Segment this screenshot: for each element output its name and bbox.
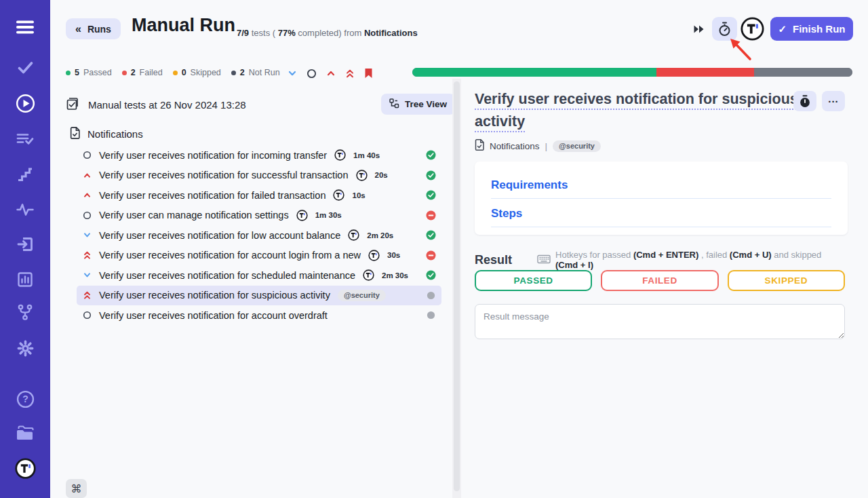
test-duration: 30s xyxy=(387,251,400,259)
test-row[interactable]: Verify user can manage notification sett… xyxy=(77,206,441,226)
verdict-buttons: PASSED FAILED SKIPPED xyxy=(475,270,845,291)
back-label: Runs xyxy=(87,24,111,35)
help-icon[interactable]: ? xyxy=(0,389,50,408)
run-list-header: Manual tests at 26 Nov 2024 13:28 xyxy=(66,97,246,113)
priority-circle-icon xyxy=(82,151,92,159)
runs-play-icon[interactable] xyxy=(0,94,50,113)
timer-button[interactable] xyxy=(712,17,737,41)
run-list-title: Manual tests at 26 Nov 2024 13:28 xyxy=(88,99,246,111)
testomatio-icon xyxy=(368,250,380,261)
test-tag: @security xyxy=(338,290,386,301)
testomatio-icon xyxy=(348,229,359,241)
fast-forward-icon[interactable] xyxy=(693,24,705,37)
pulse-icon[interactable] xyxy=(0,200,50,219)
status-failed-icon xyxy=(426,250,436,261)
status-notrun-icon xyxy=(426,310,436,320)
suite-folder-row[interactable]: Notifications xyxy=(70,127,143,141)
test-row[interactable]: Verify user receives notification for su… xyxy=(77,286,441,306)
test-title: Verify user receives notification for fa… xyxy=(99,190,326,201)
test-duration: 2m 30s xyxy=(382,271,408,280)
checklist-icon xyxy=(66,97,79,113)
bookmark-icon[interactable] xyxy=(364,68,373,79)
status-passed-icon xyxy=(426,230,436,240)
scrollbar-thumb[interactable] xyxy=(454,81,460,491)
priority-high-icon[interactable] xyxy=(326,69,336,78)
test-title: Verify user receives notification for lo… xyxy=(99,230,340,241)
summary-dot xyxy=(66,71,71,75)
passed-button[interactable]: PASSED xyxy=(475,270,592,291)
test-row[interactable]: Verify user receives notification for in… xyxy=(77,145,441,166)
test-plans-icon[interactable] xyxy=(0,130,50,149)
priority-double-up-icon xyxy=(82,250,92,260)
import-icon[interactable] xyxy=(0,235,50,254)
suite-folder-label: Notifications xyxy=(87,128,143,140)
document-icon xyxy=(70,127,80,141)
skipped-button[interactable]: SKIPPED xyxy=(728,270,845,291)
projects-folder-icon[interactable] xyxy=(0,423,50,442)
double-chevron-left-icon: « xyxy=(75,23,81,35)
priority-circle-icon xyxy=(82,311,92,320)
test-row[interactable]: Verify user receives notification for su… xyxy=(77,166,441,186)
testomatio-logo-icon[interactable] xyxy=(741,17,764,41)
test-row[interactable]: Verify user receives notification for ac… xyxy=(77,305,441,326)
settings-gear-icon[interactable] xyxy=(0,339,50,358)
progress-segment-failed xyxy=(656,68,754,77)
test-title: Verify user receives notification for in… xyxy=(99,150,327,161)
result-heading: Result xyxy=(475,253,512,267)
test-duration: 10s xyxy=(352,191,365,199)
tree-view-button[interactable]: Tree View xyxy=(381,94,455,115)
summary-dot xyxy=(122,71,127,75)
test-row[interactable]: Verify user receives notification for lo… xyxy=(77,225,441,246)
testomatio-icon xyxy=(333,189,344,201)
svg-text:?: ? xyxy=(22,394,28,404)
stopwatch-filled-icon xyxy=(800,95,810,108)
menu-icon[interactable] xyxy=(0,18,50,37)
page-title: Manual Run xyxy=(132,15,235,36)
test-list: Verify user receives notification for in… xyxy=(77,145,441,326)
testomatio-icon xyxy=(334,149,346,161)
summary-dot xyxy=(231,71,236,75)
stopwatch-icon xyxy=(718,22,731,37)
status-passed-icon xyxy=(426,170,436,180)
test-title: Verify user receives notification for ac… xyxy=(99,250,361,261)
more-options-button[interactable]: ... xyxy=(822,91,845,111)
summary-not-run: 2Not Run xyxy=(231,68,280,77)
section-steps[interactable]: Steps xyxy=(491,207,831,227)
priority-double-up-icon xyxy=(82,290,92,300)
failed-button[interactable]: FAILED xyxy=(601,270,718,291)
test-duration: 20s xyxy=(375,171,388,179)
priority-critical-icon[interactable] xyxy=(345,69,355,79)
test-row[interactable]: Verify user receives notification for fa… xyxy=(77,185,441,206)
status-failed-icon xyxy=(426,210,436,221)
result-header-row: Result Hotkeys for passed (Cmd + ENTER) … xyxy=(475,250,845,270)
result-message-input[interactable] xyxy=(475,304,845,339)
branches-icon[interactable] xyxy=(0,303,50,322)
progress-segment-not-run xyxy=(754,68,852,77)
status-notrun-icon xyxy=(426,290,436,301)
progress-segment-passed xyxy=(412,68,656,77)
test-row[interactable]: Verify user receives notification for ac… xyxy=(77,246,441,266)
test-title: Verify user receives notification for ac… xyxy=(99,310,328,321)
tag-pill[interactable]: @security xyxy=(553,140,601,152)
testomatio-icon xyxy=(296,210,308,221)
command-key-button[interactable]: ⌘ xyxy=(66,479,87,498)
testomatio-logo-icon[interactable] xyxy=(0,459,50,478)
test-title: Verify user can manage notification sett… xyxy=(99,210,289,221)
priority-low-icon[interactable] xyxy=(288,69,297,78)
tests-check-icon[interactable] xyxy=(0,58,50,77)
test-title: Verify user receives notification for su… xyxy=(99,290,330,301)
breadcrumb-folder[interactable]: Notifications xyxy=(490,141,540,151)
priority-filters xyxy=(288,67,373,79)
detail-timer-button[interactable] xyxy=(793,91,816,111)
app-window: ? « Runs Manual Run 7/9 tests ( 77% comp… xyxy=(0,0,868,498)
analytics-icon[interactable] xyxy=(0,270,50,289)
suite-name: Notifications xyxy=(364,28,418,38)
test-row[interactable]: Verify user receives notification for sc… xyxy=(77,265,441,286)
steps-stairs-icon[interactable] xyxy=(0,165,50,184)
test-detail-title[interactable]: Verify user receives notification for su… xyxy=(475,88,800,133)
vertical-scrollbar[interactable] xyxy=(452,79,461,498)
finish-run-button[interactable]: ✓ Finish Run xyxy=(770,17,853,41)
priority-normal-icon[interactable] xyxy=(307,69,317,79)
section-requirements[interactable]: Requirements xyxy=(491,178,831,199)
back-to-runs-button[interactable]: « Runs xyxy=(66,18,121,39)
